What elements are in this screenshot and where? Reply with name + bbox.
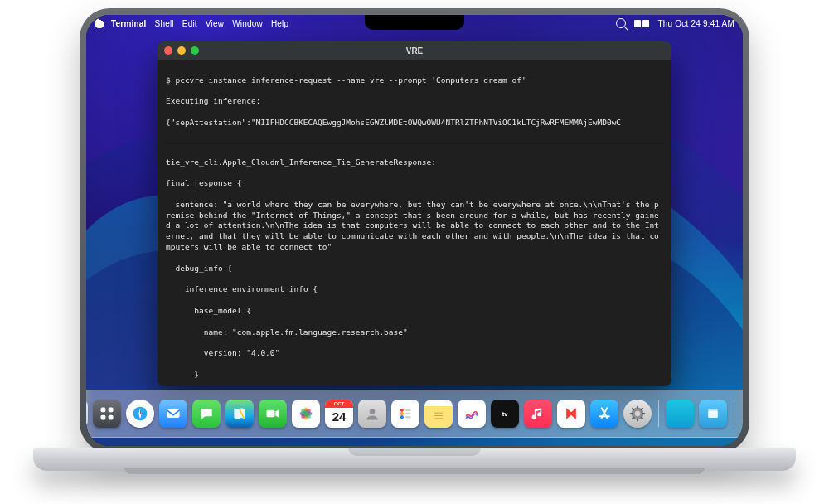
svg-line-34 (632, 408, 634, 410)
dock-music-icon[interactable] (524, 400, 552, 428)
svg-point-16 (400, 412, 404, 415)
dock-separator (734, 400, 734, 427)
svg-line-35 (641, 417, 643, 419)
dock-reminders-icon[interactable] (391, 400, 419, 428)
svg-rect-39 (708, 409, 718, 411)
svg-rect-3 (109, 415, 114, 420)
dock: OCT24 tv (86, 390, 743, 438)
svg-rect-2 (101, 415, 106, 420)
spotlight-icon[interactable] (616, 18, 626, 28)
svg-line-36 (632, 417, 634, 419)
terminal-command: pccvre instance inference-request --name… (166, 75, 526, 85)
svg-text:tv: tv (502, 410, 508, 418)
menu-view[interactable]: View (206, 19, 224, 28)
terminal-line: name: "com.apple.fm.language.research.ba… (166, 327, 408, 337)
menu-help[interactable]: Help (271, 19, 288, 28)
svg-line-37 (641, 408, 643, 410)
dock-mail-icon[interactable] (159, 400, 187, 428)
dock-app-1-icon[interactable] (666, 400, 694, 428)
terminal-content[interactable]: pccvre instance inference-request --name… (158, 60, 671, 386)
terminal-divider (166, 143, 663, 143)
dock-facetime-icon[interactable] (259, 400, 287, 428)
dock-freeform-icon[interactable] (458, 400, 486, 428)
calendar-month-label: OCT (325, 400, 353, 408)
terminal-line: base_model { (166, 306, 251, 315)
terminal-window[interactable]: VRE pccvre instance inference-request --… (158, 41, 671, 386)
menu-window[interactable]: Window (232, 19, 263, 28)
svg-rect-0 (101, 408, 106, 413)
menu-edit[interactable]: Edit (182, 19, 197, 28)
svg-point-17 (400, 415, 404, 419)
svg-point-29 (635, 411, 641, 417)
svg-point-14 (370, 409, 376, 414)
display-notch (365, 15, 464, 30)
terminal-title: VRE (158, 46, 671, 56)
terminal-line: {"sepAttestation":"MIIFHDCCBKECAQEwggJMo… (166, 118, 621, 127)
terminal-titlebar[interactable]: VRE (158, 41, 671, 60)
dock-finder-icon[interactable] (86, 400, 88, 428)
apple-menu-icon[interactable] (95, 18, 104, 28)
svg-rect-7 (167, 410, 180, 418)
terminal-line: debug_info { (166, 264, 232, 273)
svg-rect-38 (708, 411, 718, 418)
calendar-day-label: 24 (325, 410, 353, 424)
dock-safari-icon[interactable] (126, 400, 154, 428)
dock-news-icon[interactable] (557, 400, 585, 428)
terminal-line: version: "4.0.0" (166, 348, 279, 357)
svg-point-15 (400, 409, 404, 412)
desktop-screen: Terminal Shell Edit View Window Help Thu… (86, 15, 743, 446)
dock-appstore-icon[interactable] (590, 400, 618, 428)
dock-separator (658, 400, 659, 427)
laptop-feet (124, 468, 705, 474)
dock-messages-icon[interactable] (192, 400, 221, 428)
svg-marker-9 (275, 410, 279, 418)
svg-rect-18 (405, 410, 411, 412)
terminal-line: Executing inference: (166, 96, 260, 105)
menu-app-name[interactable]: Terminal (111, 19, 147, 28)
dock-calendar-icon[interactable]: OCT24 (325, 400, 353, 428)
dock-maps-icon[interactable] (225, 400, 254, 428)
dock-tv-icon[interactable]: tv (491, 400, 519, 428)
dock-photos-icon[interactable] (292, 400, 320, 428)
svg-rect-1 (109, 408, 114, 413)
terminal-line: } (166, 370, 199, 379)
menu-shell[interactable]: Shell (155, 19, 174, 28)
terminal-line: final_response { (166, 178, 242, 187)
svg-rect-8 (267, 410, 275, 417)
dock-trash-icon[interactable] (741, 400, 743, 428)
dock-contacts-icon[interactable] (358, 400, 386, 428)
svg-rect-19 (405, 413, 411, 415)
dock-notes-icon[interactable] (424, 400, 453, 428)
svg-rect-20 (405, 416, 411, 419)
terminal-line: tie_vre_cli.Apple_Cloudml_Inference_Tie_… (166, 158, 436, 167)
terminal-line: inference_environment_info { (166, 284, 318, 293)
dock-settings-icon[interactable] (623, 400, 652, 428)
terminal-line: sentence: "a world where they can be eve… (166, 200, 659, 251)
dock-launchpad-icon[interactable] (93, 400, 121, 428)
control-center-icon[interactable] (634, 20, 649, 27)
menu-clock[interactable]: Thu Oct 24 9:41 AM (657, 19, 734, 28)
dock-app-2-icon[interactable] (699, 400, 727, 428)
